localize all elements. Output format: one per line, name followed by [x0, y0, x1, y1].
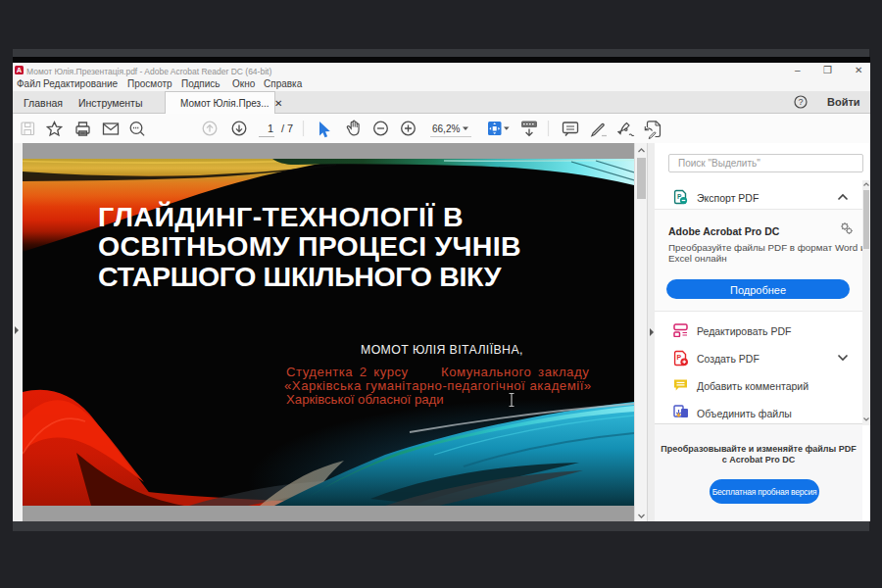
svg-text:1: 1 [268, 122, 273, 134]
svg-text:A: A [17, 66, 23, 74]
svg-text:?: ? [798, 97, 803, 107]
svg-text:P: P [677, 354, 682, 361]
svg-text:/ 7: / 7 [281, 122, 293, 134]
svg-text:66,2%: 66,2% [432, 123, 460, 134]
